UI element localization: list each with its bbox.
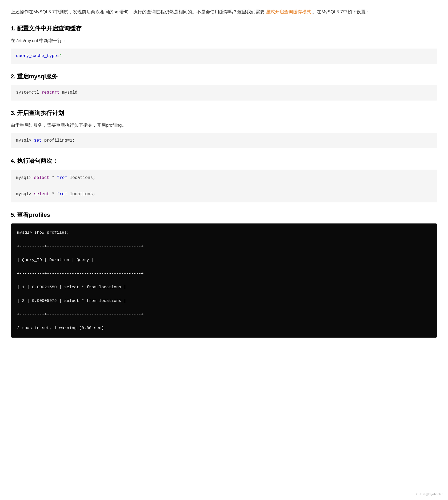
intro-text-before: 上述操作在MySQL5.7中测试，发现前后两次相同的sql语句，执行的查询过程仍… [11, 9, 266, 14]
section-1-subtext: 在 /etc/my.cnf 中新增一行： [11, 37, 437, 45]
section-2: 2. 重启mysql服务 systemctl restart mysqld [11, 71, 437, 101]
terminal-line-6: | 2 | 0.00005975 | select * from locatio… [17, 298, 431, 305]
section-1-title: 配置文件中开启查询缓存 [17, 25, 82, 32]
section-4-code: mysql> select * from locations; mysql> s… [11, 170, 437, 202]
section-3-code: mysql> set profiling=1; [11, 133, 437, 149]
section-4: 4. 执行语句两次： mysql> select * from location… [11, 156, 437, 202]
section-4-code-line-2: mysql> select * from locations; [16, 190, 432, 198]
code-keyword-query-cache-type: query_cache_type [16, 54, 57, 58]
terminal-line-1: mysql> show profiles; [17, 229, 431, 236]
code-keyword-from-1: from [57, 175, 67, 180]
terminal-line-8: 2 rows in set, 1 warning (0.00 sec) [17, 325, 431, 332]
terminal-line-4: +----------+------------+---------------… [17, 270, 431, 277]
section-5-number: 5. [11, 211, 17, 218]
section-3-subtext: 由于重启过服务，需要重新执行如下指令，开启profiling。 [11, 122, 437, 129]
section-1-number: 1. [11, 25, 17, 32]
code-keyword-set: set [34, 138, 42, 143]
section-1-heading: 1. 配置文件中开启查询缓存 [11, 23, 437, 33]
code-value-1: 1 [59, 54, 62, 58]
section-2-title: 重启mysql服务 [17, 73, 58, 80]
section-5: 5. 查看profiles mysql> show profiles; +---… [11, 210, 437, 338]
section-4-title: 执行语句两次： [17, 157, 58, 164]
intro-link[interactable]: 显式开启查询缓存模式 [266, 9, 311, 14]
section-3-number: 3. [11, 110, 17, 116]
section-5-title: 查看profiles [17, 211, 50, 218]
section-2-heading: 2. 重启mysql服务 [11, 71, 437, 81]
section-3-heading: 3. 开启查询执行计划 [11, 108, 437, 118]
code-keyword-select-1: select [34, 175, 49, 180]
code-keyword-from-2: from [57, 192, 67, 197]
intro-text-after: 。在MySQL5.7中如下设置： [311, 9, 370, 14]
terminal-line-3: | Query_ID | Duration | Query | [17, 257, 431, 264]
intro-paragraph: 上述操作在MySQL5.7中测试，发现前后两次相同的sql语句，执行的查询过程仍… [11, 8, 437, 16]
terminal-line-2: +----------+------------+---------------… [17, 243, 431, 250]
section-2-code: systemctl restart mysqld [11, 85, 437, 101]
section-5-heading: 5. 查看profiles [11, 210, 437, 220]
code-keyword-select-2: select [34, 192, 49, 197]
section-3: 3. 开启查询执行计划 由于重启过服务，需要重新执行如下指令，开启profili… [11, 108, 437, 149]
section-3-title: 开启查询执行计划 [17, 110, 64, 116]
terminal-line-5: | 1 | 0.00021550 | select * from locatio… [17, 284, 431, 291]
terminal-output: mysql> show profiles; +----------+------… [11, 223, 437, 337]
section-2-number: 2. [11, 73, 17, 80]
section-4-code-line-1: mysql> select * from locations; [16, 174, 432, 182]
section-4-number: 4. [11, 157, 17, 164]
section-1-code: query_cache_type=1 [11, 49, 437, 64]
section-1: 1. 配置文件中开启查询缓存 在 /etc/my.cnf 中新增一行： quer… [11, 23, 437, 64]
section-4-heading: 4. 执行语句两次： [11, 156, 437, 166]
code-keyword-restart: restart [42, 90, 59, 95]
terminal-line-7: +----------+------------+---------------… [17, 311, 431, 318]
